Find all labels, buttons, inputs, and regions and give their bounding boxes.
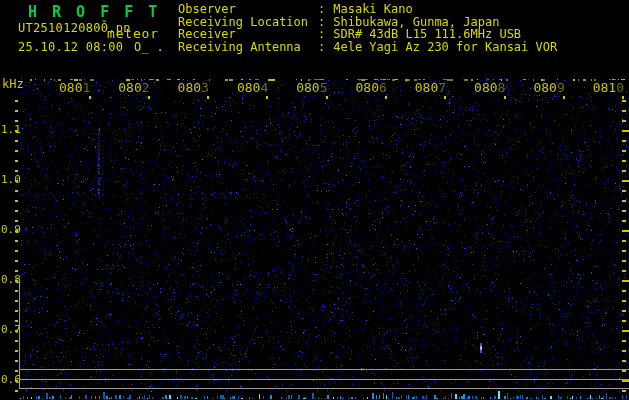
- time-label: 0805: [296, 81, 319, 95]
- info-value: SDR# 43dB L15 111.6MHz USB: [333, 28, 521, 41]
- time-label: 0806: [356, 81, 379, 95]
- time-label: 0808: [474, 81, 497, 95]
- echo-counter: O_ .: [134, 40, 164, 54]
- capture-datetime: 25.10.12 08:00: [18, 40, 123, 54]
- freq-label: 0.6: [1, 374, 21, 386]
- time-label: 0809: [533, 81, 556, 95]
- hrofft-screen: H R O F F T UT2510120800.pn ˜ meteor 25.…: [0, 0, 629, 400]
- freq-label: 0.9: [1, 224, 21, 236]
- time-label: 0803: [178, 81, 201, 95]
- app-title: H R O F F T: [28, 3, 160, 21]
- time-label: 0802: [118, 81, 141, 95]
- info-label: Receiver: [178, 28, 318, 41]
- time-label: 0804: [237, 81, 260, 95]
- info-separator: :: [318, 41, 325, 54]
- info-row: Observer:Masaki Kano: [178, 3, 557, 16]
- station-info: Observer:Masaki KanoReceiving Location:S…: [178, 3, 557, 53]
- info-separator: :: [318, 28, 325, 41]
- info-label: Observer: [178, 3, 318, 16]
- freq-label: 0.7: [1, 324, 21, 336]
- info-value: Masaki Kano: [333, 3, 412, 16]
- info-row: Receiver:SDR# 43dB L15 111.6MHz USB: [178, 28, 557, 41]
- freq-label: 0.8: [1, 274, 21, 286]
- time-label: 0810: [593, 81, 616, 95]
- frequency-unit-label: kHz: [2, 77, 24, 91]
- freq-label: 1.0: [1, 174, 21, 186]
- observation-mode-label: meteor: [107, 26, 159, 41]
- freq-label: 1.1: [1, 124, 21, 136]
- info-label: Receiving Antenna: [178, 41, 318, 54]
- info-value: 4ele Yagi Az 230 for Kansai VOR: [333, 41, 557, 54]
- time-label: 0807: [415, 81, 438, 95]
- spectrogram-canvas: [0, 0, 629, 400]
- time-label: 0801: [59, 81, 82, 95]
- info-row: Receiving Antenna:4ele Yagi Az 230 for K…: [178, 41, 557, 54]
- info-separator: :: [318, 3, 325, 16]
